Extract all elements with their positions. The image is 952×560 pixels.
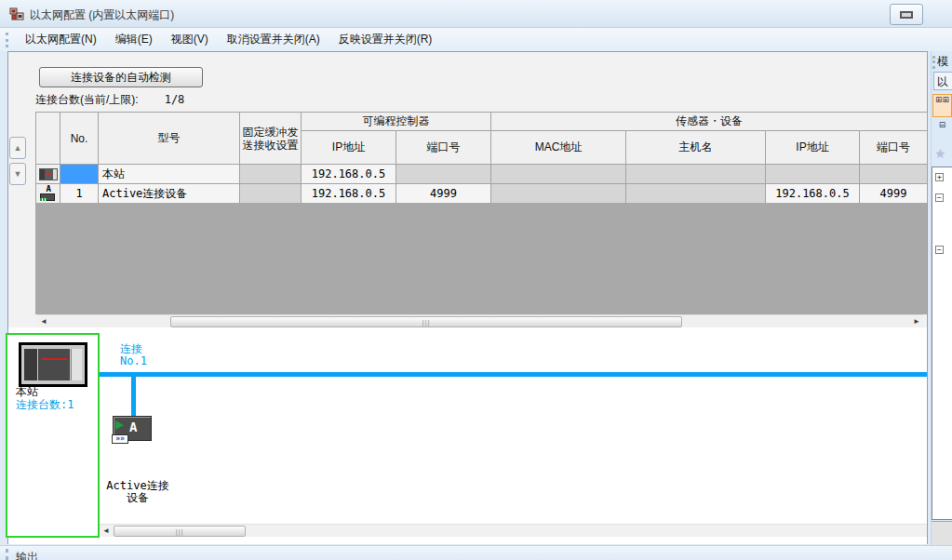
thumb-grip: ||| xyxy=(175,528,183,536)
menubar-grip[interactable] xyxy=(6,33,8,47)
app-icon xyxy=(9,7,24,21)
scroll-left-icon[interactable]: ◄ xyxy=(100,525,113,538)
station-count-label: 连接台数:1 xyxy=(16,397,74,413)
active-device-label: Active连接 设备 xyxy=(98,480,178,504)
connection-line-vertical xyxy=(131,377,136,417)
cell-mac xyxy=(491,184,626,204)
module-tree-list: + − − xyxy=(932,167,952,520)
panel-bottom-section xyxy=(932,521,952,545)
active-label-line2: 设备 xyxy=(98,492,178,504)
cell-sensor-ip[interactable]: 192.168.0.5 xyxy=(766,184,860,204)
cell-model[interactable]: 本站 xyxy=(99,165,240,184)
cell-plc-ip[interactable]: 192.168.0.5 xyxy=(302,165,396,184)
table-hscroll-thumb[interactable]: ||| xyxy=(170,316,682,327)
thumb-grip: ||| xyxy=(422,319,430,327)
minimize-button[interactable] xyxy=(890,4,923,25)
header-no: No. xyxy=(60,113,99,165)
active-mini-icon: A xyxy=(40,186,57,201)
move-down-button[interactable]: ▼ xyxy=(9,163,26,185)
cell-plc-port[interactable]: 4999 xyxy=(396,184,491,204)
connection-line-horizontal xyxy=(99,372,927,377)
header-plc-port: 端口号 xyxy=(396,131,491,165)
window-title: 以太网配置 (内置以太网端口) xyxy=(30,7,174,23)
cell-model[interactable]: Active连接设备 xyxy=(99,184,240,204)
cell-mac xyxy=(491,165,626,184)
host-station-icon[interactable] xyxy=(36,165,60,184)
cell-hostname xyxy=(626,165,766,184)
menu-ethernet-config[interactable]: 以太网配置(N) xyxy=(16,29,106,50)
connection-count-value: 1/8 xyxy=(165,93,185,106)
connection-count: 连接台数(当前/上限):1/8 xyxy=(35,92,184,108)
table-row-host-station: 本站 192.168.0.5 xyxy=(36,165,928,184)
minimize-icon xyxy=(900,11,913,19)
host-station-image[interactable] xyxy=(19,342,87,387)
cell-plc-port xyxy=(396,165,491,184)
menu-bar: 以太网配置(N) 编辑(E) 视图(V) 取消设置并关闭(A) 反映设置并关闭(… xyxy=(0,28,952,51)
connection-table: No. 型号 固定缓冲发送接收设置 可编程控制器 传感器・设备 IP地址 端口号… xyxy=(35,112,928,204)
header-sensor-ip: IP地址 xyxy=(766,131,860,165)
menu-edit[interactable]: 编辑(E) xyxy=(106,29,162,50)
panel-grip[interactable] xyxy=(932,56,935,69)
menu-view[interactable]: 视图(V) xyxy=(162,29,218,50)
header-hostname: 主机名 xyxy=(626,131,766,165)
header-icon-col xyxy=(36,113,60,165)
auto-detect-button[interactable]: 连接设备的自动检测 xyxy=(39,67,203,87)
diagram-hscrollbar[interactable]: ◄ ||| xyxy=(100,524,927,537)
active-device-icon[interactable]: A xyxy=(36,184,60,204)
output-title: 输出 xyxy=(16,550,38,560)
active-device-node[interactable]: A »» xyxy=(113,416,152,441)
tree-expand-icon[interactable]: + xyxy=(935,173,944,181)
scroll-left-icon[interactable]: ◄ xyxy=(37,315,50,328)
move-up-button[interactable]: ▲ xyxy=(9,137,26,159)
header-plc-ip: IP地址 xyxy=(302,131,396,165)
header-fixed-buffer: 固定缓冲发送接收设置 xyxy=(240,113,302,165)
table-hscrollbar[interactable]: ◄ ||| ► xyxy=(37,314,923,327)
cell-sensor-port[interactable]: 4999 xyxy=(860,184,928,204)
cell-hostname xyxy=(626,184,766,204)
module-list-panel: 模 以 ⊞⊞ ⊟ ★ + − − xyxy=(931,51,952,545)
tree-collapse-icon[interactable]: − xyxy=(935,193,944,202)
output-panel-header: 输出 xyxy=(0,545,952,560)
scroll-right-icon[interactable]: ► xyxy=(910,315,923,328)
module-list-title: 模 xyxy=(937,54,948,70)
cell-fixed-buffer xyxy=(240,165,302,184)
cell-no-selected[interactable] xyxy=(60,165,99,184)
header-group-plc: 可编程控制器 xyxy=(302,113,491,131)
diagram-hscroll-thumb[interactable]: ||| xyxy=(114,526,246,537)
cell-sensor-ip xyxy=(766,165,860,184)
module-list-titlebar: 模 xyxy=(932,54,948,70)
menu-cancel-close[interactable]: 取消设置并关闭(A) xyxy=(218,29,329,50)
connection-count-label: 连接台数(当前/上限): xyxy=(35,93,139,106)
tree-collapse-icon[interactable]: − xyxy=(935,246,944,254)
table-empty-area xyxy=(35,203,927,314)
cell-plc-ip[interactable]: 192.168.0.5 xyxy=(302,184,396,204)
connection-label-line2: No.1 xyxy=(120,355,147,367)
favorites-star-icon[interactable]: ★ xyxy=(934,146,946,161)
cell-sensor-port xyxy=(860,165,928,184)
list-view-icon[interactable]: ⊞⊞ xyxy=(932,94,952,117)
tab-ethernet-selection[interactable]: 以 xyxy=(933,72,952,90)
connection-no-label: 连接 No.1 xyxy=(120,343,147,367)
header-group-sensor: 传感器・设备 xyxy=(491,113,928,131)
active-letter: A xyxy=(129,420,137,434)
header-mac: MAC地址 xyxy=(491,131,626,165)
plc-mini-icon xyxy=(39,168,58,180)
header-model: 型号 xyxy=(99,113,240,165)
cell-fixed-buffer xyxy=(240,184,302,204)
header-sensor-port: 端口号 xyxy=(860,131,928,165)
output-grip[interactable] xyxy=(6,549,8,560)
tree-view-icon[interactable]: ⊟ xyxy=(932,120,952,143)
table-row-active-device: A 1 Active连接设备 192.168.0.5 4999 192.168.… xyxy=(36,184,928,204)
chevrons-icon: »» xyxy=(112,434,128,444)
green-arrow-icon xyxy=(115,420,124,430)
menu-apply-close[interactable]: 反映设置并关闭(R) xyxy=(329,29,442,50)
cell-no[interactable]: 1 xyxy=(60,184,99,204)
